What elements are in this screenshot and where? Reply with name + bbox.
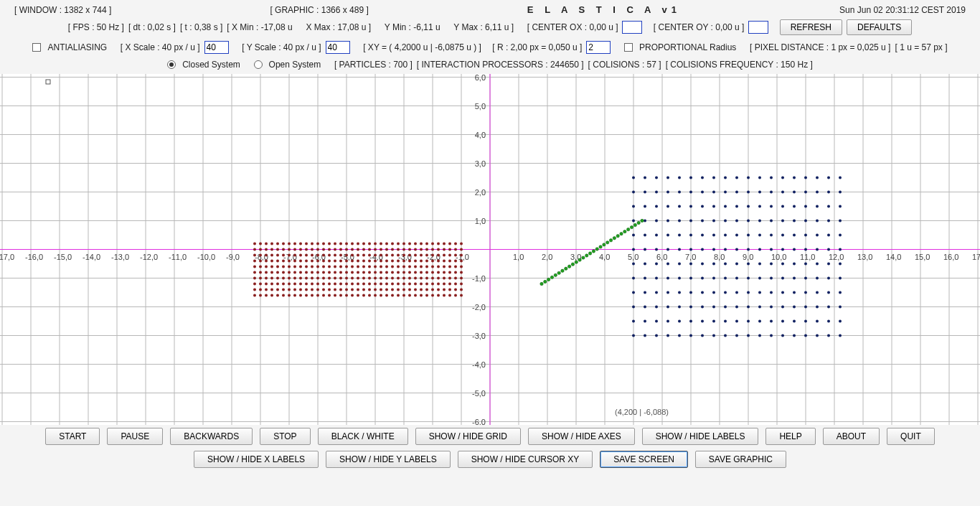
svg-point-129: [270, 277, 273, 280]
svg-point-462: [460, 260, 463, 263]
svg-point-428: [443, 283, 446, 286]
svg-point-680: [827, 191, 830, 194]
save-graphic-button[interactable]: SAVE GRAPHIC: [695, 451, 786, 468]
start-button[interactable]: START: [45, 428, 100, 445]
backwards-button[interactable]: BACKWARDS: [170, 428, 253, 445]
show-hide-labels-button[interactable]: SHOW / HIDE LABELS: [642, 428, 759, 445]
xy-cursor-label: [ XY = ( 4,2000 u | -6,0875 u ) ]: [363, 42, 481, 52]
antialiasing-checkbox[interactable]: [32, 43, 41, 52]
svg-point-350: [397, 271, 400, 274]
ymax-label: Y Max : 6,11 u ]: [453, 22, 514, 32]
svg-point-344: [391, 248, 394, 251]
svg-point-722: [637, 221, 640, 224]
svg-point-225: [322, 243, 325, 245]
svg-point-299: [368, 277, 371, 280]
svg-point-283: [357, 254, 359, 257]
simulation-canvas[interactable]: -17,0-16,0-15,0-14,0-13,0-12,0-11,0-10,0…: [0, 74, 980, 425]
closed-system-radio[interactable]: [167, 60, 176, 69]
svg-point-465: [460, 243, 463, 245]
fps-label: [ FPS : 50 Hz ]: [68, 22, 124, 32]
svg-point-424: [437, 248, 440, 251]
show-hide-x-labels-button[interactable]: SHOW / HIDE X LABELS: [194, 451, 319, 468]
svg-point-390: [420, 271, 423, 274]
svg-point-97: [253, 289, 256, 291]
svg-point-217: [322, 289, 325, 291]
svg-point-418: [437, 283, 440, 286]
svg-point-201: [311, 266, 314, 268]
svg-point-370: [408, 271, 411, 274]
svg-point-470: [632, 277, 635, 280]
show-hide-cursor-xy-button[interactable]: SHOW / HIDE CURSOR XY: [458, 451, 593, 468]
svg-point-177: [299, 289, 302, 291]
svg-text:-1,0: -1,0: [456, 253, 469, 261]
svg-point-323: [380, 254, 382, 257]
svg-point-322: [380, 260, 382, 263]
svg-point-116: [265, 294, 268, 297]
svg-point-101: [253, 266, 256, 268]
svg-point-562: [724, 334, 727, 337]
svg-point-175: [293, 243, 296, 245]
svg-point-250: [339, 271, 342, 274]
svg-point-205: [311, 243, 314, 245]
defaults-button[interactable]: DEFAULTS: [847, 19, 912, 35]
radius-input[interactable]: [586, 41, 611, 54]
svg-point-665: [816, 234, 819, 237]
svg-point-492: [655, 306, 658, 309]
svg-point-561: [712, 177, 715, 179]
svg-point-417: [437, 289, 440, 291]
quit-button[interactable]: QUIT: [887, 428, 935, 445]
svg-point-615: [770, 263, 773, 266]
svg-point-289: [362, 277, 365, 280]
black-white-button[interactable]: BLACK / WHITE: [318, 428, 408, 445]
svg-point-601: [758, 291, 761, 294]
svg-point-455: [454, 243, 457, 245]
svg-point-338: [391, 283, 394, 286]
svg-point-167: [293, 289, 296, 291]
show-hide-y-labels-button[interactable]: SHOW / HIDE Y LABELS: [326, 451, 451, 468]
yscale-input[interactable]: [326, 41, 350, 54]
svg-point-717: [620, 233, 623, 235]
svg-point-302: [368, 260, 371, 263]
about-button[interactable]: ABOUT: [823, 428, 880, 445]
svg-point-249: [339, 277, 342, 280]
svg-point-386: [420, 294, 423, 297]
show-hide-axes-button[interactable]: SHOW / HIDE AXES: [528, 428, 635, 445]
stop-button[interactable]: STOP: [260, 428, 310, 445]
svg-point-685: [839, 291, 842, 294]
svg-point-257: [345, 289, 348, 291]
svg-point-620: [770, 191, 773, 194]
svg-point-371: [408, 266, 411, 268]
svg-text:17,0: 17,0: [972, 253, 980, 261]
svg-point-415: [431, 243, 434, 245]
svg-point-297: [368, 289, 371, 291]
svg-point-133: [270, 254, 273, 257]
svg-point-401: [425, 266, 428, 268]
svg-point-252: [339, 260, 342, 263]
svg-point-291: [362, 266, 365, 268]
svg-point-307: [374, 289, 377, 291]
xscale-input[interactable]: [204, 41, 229, 54]
svg-point-629: [781, 234, 784, 237]
svg-point-223: [322, 254, 325, 257]
svg-point-158: [288, 283, 291, 286]
svg-point-541: [701, 291, 704, 294]
svg-text:14,0: 14,0: [886, 253, 901, 261]
centerox-input[interactable]: [622, 21, 642, 34]
show-hide-grid-button[interactable]: SHOW / HIDE GRID: [415, 428, 521, 445]
save-screen-button[interactable]: SAVE SCREEN: [600, 451, 687, 468]
svg-point-540: [701, 306, 704, 309]
svg-point-595: [747, 205, 750, 208]
svg-point-278: [357, 283, 359, 286]
svg-point-515: [678, 320, 681, 323]
svg-point-490: [655, 334, 658, 337]
open-system-radio[interactable]: [254, 60, 263, 69]
pause-button[interactable]: PAUSE: [107, 428, 163, 445]
proportional-radius-checkbox[interactable]: [624, 43, 633, 52]
help-button[interactable]: HELP: [765, 428, 815, 445]
svg-point-159: [288, 277, 291, 280]
svg-point-179: [299, 277, 302, 280]
refresh-button[interactable]: REFRESH: [780, 19, 842, 35]
svg-point-126: [270, 294, 273, 297]
svg-point-425: [437, 243, 440, 245]
centeroy-input[interactable]: [748, 21, 768, 34]
